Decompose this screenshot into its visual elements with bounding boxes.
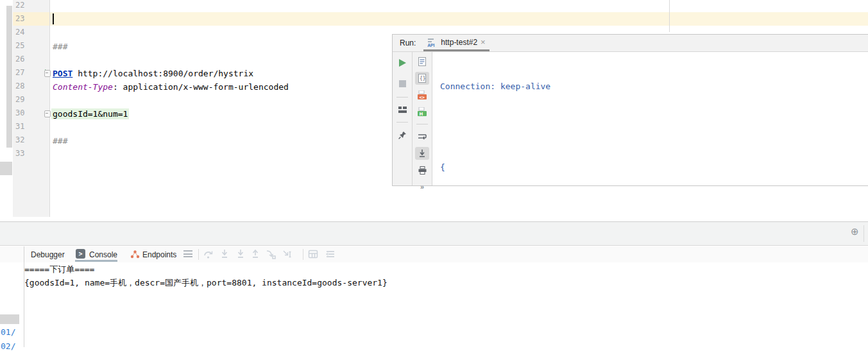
svg-text:{}: {} bbox=[420, 76, 426, 81]
restore-layout-button[interactable] bbox=[395, 103, 409, 116]
http-method[interactable]: POST bbox=[53, 69, 72, 78]
stop-button[interactable] bbox=[395, 77, 409, 90]
soft-wrap-icon bbox=[418, 133, 427, 141]
step-out-button[interactable] bbox=[250, 249, 260, 259]
line-number: 25 bbox=[15, 41, 37, 50]
line-number: 23 bbox=[15, 14, 37, 23]
pin-icon bbox=[398, 131, 407, 139]
run-toolbar-main bbox=[393, 52, 413, 185]
line-number: 31 bbox=[15, 122, 37, 131]
debug-window-header: ⊕ bbox=[0, 222, 868, 246]
view-as-html-button[interactable]: H bbox=[415, 105, 429, 118]
header-separator bbox=[864, 225, 864, 242]
right-margin-guide bbox=[669, 0, 670, 32]
pin-tab-button[interactable] bbox=[395, 128, 409, 141]
fold-marker[interactable] bbox=[44, 110, 51, 117]
tab-endpoints[interactable]: Endpoints bbox=[142, 250, 176, 260]
view-as-xml-button[interactable]: <> bbox=[415, 89, 429, 101]
request-url: http://localhost:8900/order/hystrix bbox=[72, 69, 253, 78]
run-tool-window: Run: API http-test#2 × bbox=[392, 34, 868, 186]
file-json-icon: {} bbox=[418, 74, 426, 83]
drop-frame-button[interactable] bbox=[266, 249, 276, 259]
line-number: 26 bbox=[15, 55, 37, 64]
line-number: 22 bbox=[15, 1, 37, 10]
http-header-value: : application/x-www-form-urlencoded bbox=[113, 82, 289, 92]
caret-row-highlight bbox=[13, 12, 868, 26]
rerun-button[interactable] bbox=[395, 56, 409, 69]
close-icon[interactable]: × bbox=[481, 38, 486, 46]
http-request-file-icon: API bbox=[427, 37, 438, 47]
menu-icon[interactable] bbox=[183, 250, 192, 258]
line-number: 28 bbox=[15, 81, 37, 90]
line-number: 32 bbox=[15, 135, 37, 144]
response-header-line: Connection: keep-alive bbox=[440, 80, 868, 93]
code-line-header[interactable]: Content-Type: application/x-www-form-url… bbox=[53, 81, 289, 92]
file-xml-icon: <> bbox=[418, 90, 427, 100]
view-as-text-button[interactable] bbox=[415, 55, 429, 68]
panel-divider[interactable] bbox=[24, 246, 24, 347]
tab-console[interactable]: Console bbox=[89, 250, 117, 260]
toolbar-separator bbox=[416, 124, 428, 124]
toolbar-separator bbox=[396, 97, 408, 98]
line-number: 27 bbox=[15, 68, 37, 77]
http-header-name: Content-Type bbox=[53, 82, 113, 92]
run-panel-header: Run: API http-test#2 × bbox=[393, 35, 868, 52]
more-options-button[interactable]: » bbox=[415, 180, 429, 193]
toolbar-separator bbox=[303, 249, 303, 260]
step-over-button[interactable] bbox=[203, 249, 214, 259]
code-line-separator[interactable]: ### bbox=[53, 41, 67, 52]
soft-wrap-button[interactable] bbox=[415, 130, 429, 143]
text-caret bbox=[53, 13, 54, 24]
file-text-icon bbox=[418, 57, 426, 66]
view-as-json-button[interactable]: {} bbox=[415, 72, 429, 85]
target-icon[interactable]: ⊕ bbox=[851, 226, 859, 237]
toolbar-separator bbox=[198, 249, 199, 260]
run-label: Run: bbox=[393, 39, 416, 47]
line-number: 24 bbox=[15, 28, 37, 37]
layout-settings-button[interactable] bbox=[325, 249, 336, 259]
console-icon[interactable]: > bbox=[76, 249, 85, 259]
service-url-link[interactable]: 01/ bbox=[1, 327, 15, 338]
http-separator: ### bbox=[53, 42, 67, 51]
console-output-line: {goodsId=1, name=手机，descr=国产手机，port=8801… bbox=[24, 277, 387, 288]
line-number: 30 bbox=[15, 108, 37, 117]
run-view-options-toolbar: {} <> H bbox=[413, 52, 432, 185]
run-output: Connection: keep-alive { "code": 200, "m… bbox=[433, 53, 868, 185]
endpoints-icon[interactable] bbox=[130, 250, 140, 259]
line-number: 29 bbox=[15, 95, 37, 104]
force-step-into-button[interactable] bbox=[235, 249, 246, 259]
http-separator: ### bbox=[53, 136, 67, 146]
debug-tab-bar: Debugger > Console Endpoints bbox=[0, 246, 868, 262]
line-number: 33 bbox=[15, 149, 37, 158]
toolbar-separator bbox=[396, 122, 408, 123]
console-output-line: =====下订单==== bbox=[24, 264, 94, 275]
code-line-request[interactable]: POST http://localhost:8900/order/hystrix bbox=[53, 68, 253, 79]
run-tab-http-test[interactable]: API http-test#2 × bbox=[423, 35, 489, 51]
svg-text:H: H bbox=[420, 111, 423, 116]
scroll-to-end-button[interactable] bbox=[415, 147, 429, 160]
editor-scrollbar[interactable] bbox=[6, 6, 12, 148]
scrollbar-thumb[interactable] bbox=[0, 314, 19, 324]
tab-debugger[interactable]: Debugger bbox=[31, 250, 65, 260]
run-tab-title: http-test#2 bbox=[441, 38, 477, 47]
fold-marker[interactable] bbox=[44, 70, 51, 77]
tool-window-stripe-button[interactable] bbox=[0, 162, 12, 175]
ide-window: 22 23 24 25 26 27 28 29 30 31 32 33 ### … bbox=[0, 0, 868, 351]
request-body: goodsId=1&num=1 bbox=[51, 108, 129, 119]
layout-icon bbox=[398, 107, 407, 114]
selected-tab-underline bbox=[75, 260, 117, 262]
editor-gutter: 22 23 24 25 26 27 28 29 30 31 32 33 bbox=[13, 0, 50, 217]
printer-icon bbox=[418, 166, 427, 175]
code-line-separator[interactable]: ### bbox=[53, 135, 67, 146]
evaluate-expression-button[interactable] bbox=[308, 249, 318, 259]
service-url-link[interactable]: 02/ bbox=[1, 341, 15, 351]
svg-text:<>: <> bbox=[420, 94, 425, 99]
file-html-icon: H bbox=[418, 107, 427, 117]
code-line-body[interactable]: goodsId=1&num=1 bbox=[53, 108, 129, 119]
json-open-brace: { bbox=[440, 160, 868, 174]
step-into-button[interactable] bbox=[219, 249, 230, 259]
print-button[interactable] bbox=[415, 164, 429, 176]
run-to-cursor-button[interactable] bbox=[282, 249, 293, 259]
scroll-to-end-icon bbox=[418, 149, 427, 158]
